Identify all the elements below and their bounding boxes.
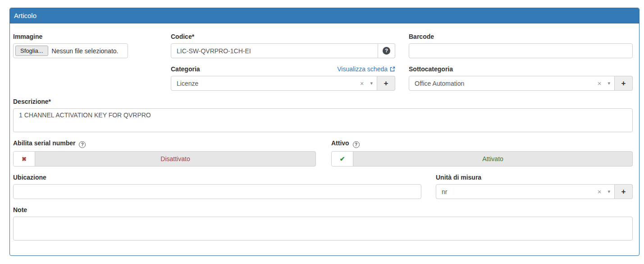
plus-icon: + — [621, 187, 626, 196]
ubicazione-input[interactable] — [13, 184, 421, 199]
plus-icon: + — [384, 79, 388, 88]
visualizza-scheda-label: Visualizza scheda — [337, 65, 388, 73]
external-link-icon — [389, 66, 395, 72]
row-toggles: Abilita serial number ? ✖ Disattivato At… — [13, 139, 633, 167]
attivo-label: Attivo ? — [331, 139, 633, 148]
abilita-serial-toggle[interactable]: ✖ Disattivato — [13, 151, 316, 167]
descrizione-field-group: Descrizione* 1 CHANNEL ACTIVATION KEY FO… — [13, 98, 633, 132]
barcode-field-group: Barcode — [409, 33, 633, 58]
ubicazione-label: Ubicazione — [13, 174, 421, 181]
descrizione-textarea[interactable]: 1 CHANNEL ACTIVATION KEY FOR QVRPRO — [13, 108, 633, 132]
barcode-label: Barcode — [409, 33, 633, 40]
add-sottocategoria-button[interactable]: + — [615, 76, 633, 91]
codice-field-group: Codice* ? — [171, 33, 395, 58]
unita-misura-selected-value: nr — [442, 188, 598, 195]
caret-down-icon[interactable]: ▾ — [607, 189, 610, 194]
unita-misura-select[interactable]: nr × ▾ — [436, 184, 615, 199]
row-immagine-codice-barcode: Immagine Sfoglia... Nessun file selezion… — [13, 33, 633, 58]
x-mark-icon: ✖ — [22, 156, 27, 162]
attivo-field-group: Attivo ? ✔ Attivato — [331, 139, 633, 167]
sottocategoria-selected-value: Office Automation — [415, 80, 598, 87]
codice-help-addon[interactable]: ? — [378, 43, 395, 58]
unita-misura-field-group: Unità di misura nr × ▾ + — [436, 174, 633, 199]
unita-misura-label: Unità di misura — [436, 174, 633, 181]
codice-input[interactable] — [171, 43, 378, 58]
add-categoria-button[interactable]: + — [377, 76, 395, 91]
spacer — [13, 65, 171, 91]
categoria-select[interactable]: Licenze × ▾ — [171, 76, 377, 91]
row-categoria-sottocategoria: Categoria Visualizza scheda Licenze × — [13, 65, 633, 91]
panel-body: Immagine Sfoglia... Nessun file selezion… — [10, 23, 639, 241]
descrizione-label: Descrizione* — [13, 98, 633, 105]
clear-icon[interactable]: × — [360, 80, 364, 87]
codice-label: Codice* — [171, 33, 395, 40]
file-status-text: Nessun file selezionato. — [52, 47, 119, 55]
toggle-state-label: Attivato — [482, 155, 503, 162]
categoria-label: Categoria — [171, 65, 200, 73]
categoria-field-group: Categoria Visualizza scheda Licenze × — [171, 65, 395, 91]
plus-icon: + — [621, 79, 626, 88]
categoria-selected-value: Licenze — [177, 80, 360, 87]
caret-down-icon[interactable]: ▾ — [370, 81, 373, 86]
attivo-toggle[interactable]: ✔ Attivato — [331, 151, 633, 167]
toggle-track[interactable]: Disattivato — [35, 152, 315, 166]
sottocategoria-select[interactable]: Office Automation × ▾ — [409, 76, 615, 91]
question-circle-outline-icon: ? — [353, 141, 360, 148]
immagine-label: Immagine — [13, 33, 171, 40]
immagine-file-input[interactable]: Sfoglia... Nessun file selezionato. — [13, 43, 128, 58]
toggle-track[interactable]: Attivato — [353, 152, 632, 166]
panel-header: Articolo — [10, 8, 639, 23]
sottocategoria-label: Sottocategoria — [409, 65, 633, 73]
question-circle-icon: ? — [383, 47, 390, 55]
sottocategoria-field-group: Sottocategoria Office Automation × ▾ + — [409, 65, 633, 91]
abilita-serial-label: Abilita serial number ? — [13, 139, 316, 148]
panel-title: Articolo — [14, 12, 37, 19]
visualizza-scheda-link[interactable]: Visualizza scheda — [337, 65, 395, 73]
note-label: Note — [13, 206, 633, 213]
browse-button[interactable]: Sfoglia... — [15, 46, 48, 56]
note-field-group: Note — [13, 206, 633, 241]
check-mark-icon: ✔ — [340, 156, 345, 162]
toggle-handle[interactable]: ✖ — [14, 152, 35, 166]
clear-icon[interactable]: × — [598, 188, 602, 195]
barcode-input[interactable] — [409, 43, 633, 58]
note-textarea[interactable] — [13, 217, 633, 241]
toggle-state-label: Disattivato — [160, 155, 190, 162]
caret-down-icon[interactable]: ▾ — [607, 81, 610, 86]
articolo-panel: Articolo Immagine Sfoglia... Nessun file… — [9, 8, 639, 256]
row-ubicazione-unita: Ubicazione Unità di misura nr × ▾ + — [13, 174, 633, 199]
ubicazione-field-group: Ubicazione — [13, 174, 421, 199]
question-circle-outline-icon: ? — [79, 141, 86, 148]
immagine-field-group: Immagine Sfoglia... Nessun file selezion… — [13, 33, 171, 58]
clear-icon[interactable]: × — [598, 80, 602, 87]
toggle-handle[interactable]: ✔ — [332, 152, 353, 166]
add-unita-misura-button[interactable]: + — [615, 184, 633, 199]
abilita-serial-field-group: Abilita serial number ? ✖ Disattivato — [13, 139, 316, 167]
